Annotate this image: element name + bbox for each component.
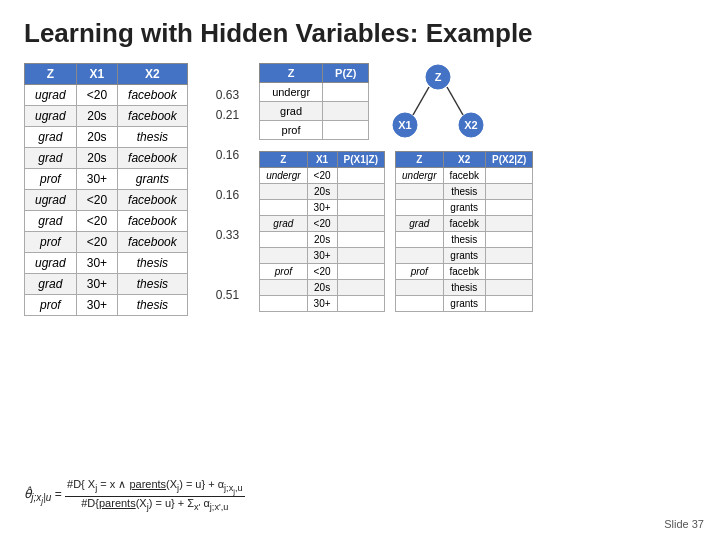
left-section: Z X1 X2 ugrad<20facebookugrad20sfacebook… <box>24 63 188 316</box>
table-cell: prof <box>25 232 77 253</box>
table-cell: <20 <box>307 168 337 184</box>
prob-value: 0.63 <box>214 85 239 105</box>
table-cell: thesis <box>443 280 485 296</box>
table-cell: <20 <box>307 216 337 232</box>
prob-value: 0.51 <box>214 285 239 305</box>
table-row: grants <box>396 200 533 216</box>
table-cell <box>260 248 307 264</box>
table-cell: 20s <box>307 184 337 200</box>
table-cell: <20 <box>76 232 117 253</box>
table-cell <box>337 216 384 232</box>
table-row: prof<20 <box>260 264 385 280</box>
table-cell <box>396 296 443 312</box>
svg-text:X2: X2 <box>465 119 478 131</box>
svg-line-7 <box>447 87 463 115</box>
table-cell: grad <box>25 211 77 232</box>
table-cell: ugrad <box>25 85 77 106</box>
table-cell <box>485 216 532 232</box>
table-cell: thesis <box>118 127 188 148</box>
formula-line: θ̂j;xj|u = #D{ Xj = x ∧ parents(Xj) = u}… <box>24 478 640 512</box>
table-cell: <20 <box>76 190 117 211</box>
table-cell <box>260 232 307 248</box>
table-row: ugrad20sfacebook <box>25 106 188 127</box>
table-row: 20s <box>260 280 385 296</box>
table-cell: 30+ <box>307 296 337 312</box>
table-cell: facebook <box>118 190 188 211</box>
table-row: grants <box>396 248 533 264</box>
table-cell: 20s <box>307 232 337 248</box>
table-cell: thesis <box>118 253 188 274</box>
table-cell: facebook <box>118 148 188 169</box>
x1cpt-col-z: Z <box>260 152 307 168</box>
table-cell <box>337 184 384 200</box>
col-header-z: Z <box>25 64 77 85</box>
table-cell: 30+ <box>76 169 117 190</box>
table-cell: 20s <box>76 148 117 169</box>
table-row: grad20sthesis <box>25 127 188 148</box>
x2-cpt-table: Z X2 P(X2|Z) undergrfacebkthesisgrantsgr… <box>395 151 533 312</box>
table-cell: 30+ <box>76 253 117 274</box>
table-cell: 20s <box>76 106 117 127</box>
table-cell <box>485 264 532 280</box>
table-cell: grad <box>25 274 77 295</box>
table-row: grad<20facebook <box>25 211 188 232</box>
prob-value <box>214 125 239 145</box>
table-cell: grad <box>396 216 443 232</box>
col-header-x1: X1 <box>76 64 117 85</box>
content-area: Z X1 X2 ugrad<20facebookugrad20sfacebook… <box>24 63 696 316</box>
x1-cpt-table: Z X1 P(X1|Z) undergr<2020s30+grad<2020s3… <box>259 151 385 312</box>
table-cell: undergr <box>396 168 443 184</box>
table-row: undergr <box>260 83 369 102</box>
table-cell <box>337 264 384 280</box>
probability-column: 0.630.210.160.160.330.51 <box>214 85 239 305</box>
table-cell: grad <box>25 127 77 148</box>
table-cell <box>396 280 443 296</box>
slide-title: Learning with Hidden Variables: Example <box>24 18 696 49</box>
formula-area: θ̂j;xj|u = #D{ Xj = x ∧ parents(Xj) = u}… <box>24 474 640 512</box>
table-cell: <20 <box>76 85 117 106</box>
table-cell: thesis <box>118 295 188 316</box>
table-cell <box>485 296 532 312</box>
table-cell: facebk <box>443 264 485 280</box>
table-row: grants <box>396 296 533 312</box>
table-cell <box>337 200 384 216</box>
table-cell <box>485 184 532 200</box>
prob-value <box>214 205 239 225</box>
table-cell: grants <box>443 200 485 216</box>
prob-value: 0.16 <box>214 185 239 205</box>
table-row: gradfacebk <box>396 216 533 232</box>
slide-number: Slide 37 <box>664 518 704 530</box>
tree-svg: Z X1 X2 <box>383 63 493 143</box>
table-cell: grad <box>25 148 77 169</box>
table-cell <box>485 232 532 248</box>
svg-text:Z: Z <box>435 71 442 83</box>
table-cell: prof <box>25 169 77 190</box>
table-row: ugrad30+thesis <box>25 253 188 274</box>
prob-value: 0.16 <box>214 145 239 165</box>
table-cell: facebook <box>118 85 188 106</box>
table-row: undergrfacebk <box>396 168 533 184</box>
table-cell: <20 <box>307 264 337 280</box>
table-cell <box>337 296 384 312</box>
table-row: 30+ <box>260 248 385 264</box>
table-cell: prof <box>25 295 77 316</box>
table-row: thesis <box>396 232 533 248</box>
zdist-col-z: Z <box>260 64 323 83</box>
table-row: prof <box>260 121 369 140</box>
zdist-undergr: undergr <box>260 83 323 102</box>
table-cell: ugrad <box>25 190 77 211</box>
col-header-x2: X2 <box>118 64 188 85</box>
z-dist-table: Z P(Z) undergr grad <box>259 63 369 140</box>
table-cell <box>337 248 384 264</box>
table-row: 20s <box>260 232 385 248</box>
table-cell <box>337 280 384 296</box>
table-cell <box>396 200 443 216</box>
table-cell <box>396 184 443 200</box>
table-cell <box>260 200 307 216</box>
table-cell: ugrad <box>25 106 77 127</box>
slide: Learning with Hidden Variables: Example … <box>0 0 720 540</box>
table-cell: facebook <box>118 211 188 232</box>
cpt-tables-row: Z X1 P(X1|Z) undergr<2020s30+grad<2020s3… <box>259 151 696 312</box>
table-cell: thesis <box>443 232 485 248</box>
table-cell: grants <box>443 248 485 264</box>
